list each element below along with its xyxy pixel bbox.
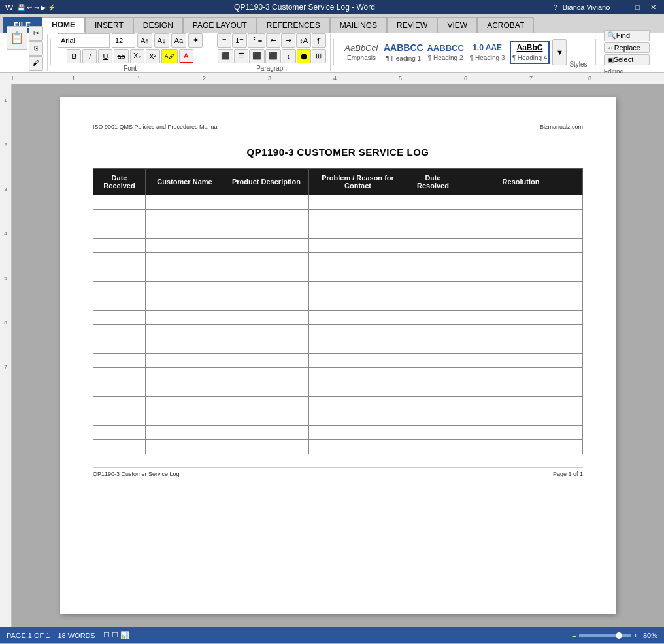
tab-references[interactable]: REFERENCES [257, 17, 330, 33]
table-row[interactable] [93, 239, 583, 253]
table-cell[interactable] [224, 282, 309, 296]
table-row[interactable] [93, 296, 583, 311]
minimize-button[interactable]: — [615, 3, 627, 11]
align-right-button[interactable]: ⬛ [249, 49, 265, 63]
align-center-button[interactable]: ☰ [234, 49, 248, 63]
table-cell[interactable] [224, 195, 309, 210]
tab-home[interactable]: HOME [42, 17, 85, 33]
table-cell[interactable] [459, 354, 583, 368]
table-cell[interactable] [224, 354, 309, 368]
restore-button[interactable]: □ [633, 3, 642, 11]
table-cell[interactable] [93, 411, 146, 426]
style-heading2[interactable]: AABBCC ¶ Heading 2 [426, 43, 465, 62]
tab-mailings[interactable]: MAILINGS [330, 17, 387, 33]
zoom-out-button[interactable]: – [572, 632, 576, 639]
show-formatting-button[interactable]: ¶ [312, 33, 326, 48]
decrease-font-button[interactable]: A↓ [154, 33, 169, 48]
table-cell[interactable] [93, 426, 146, 440]
table-cell[interactable] [309, 311, 407, 325]
table-row[interactable] [93, 339, 583, 354]
table-row[interactable] [93, 354, 583, 368]
italic-button[interactable]: I [82, 49, 97, 63]
clear-formatting-button[interactable]: ✦ [188, 33, 203, 48]
table-cell[interactable] [309, 224, 407, 239]
table-cell[interactable] [146, 267, 224, 282]
table-cell[interactable] [224, 210, 309, 224]
table-cell[interactable] [146, 195, 224, 210]
strikethrough-button[interactable]: ab [114, 49, 128, 63]
table-cell[interactable] [309, 354, 407, 368]
bullets-button[interactable]: ≡ [217, 33, 231, 48]
table-cell[interactable] [146, 397, 224, 411]
underline-button[interactable]: U [98, 49, 112, 63]
table-cell[interactable] [146, 382, 224, 397]
table-cell[interactable] [407, 224, 459, 239]
table-cell[interactable] [93, 195, 146, 210]
table-row[interactable] [93, 195, 583, 210]
table-cell[interactable] [459, 296, 583, 311]
table-row[interactable] [93, 426, 583, 440]
table-cell[interactable] [407, 440, 459, 454]
help-button[interactable]: ? [554, 3, 557, 11]
table-cell[interactable] [224, 426, 309, 440]
shading-button[interactable]: ⬤ [297, 49, 311, 63]
table-cell[interactable] [309, 339, 407, 354]
table-cell[interactable] [224, 339, 309, 354]
table-cell[interactable] [93, 339, 146, 354]
table-cell[interactable] [224, 253, 309, 267]
style-heading1[interactable]: AABBCC ¶ Heading 1 [384, 42, 423, 62]
table-cell[interactable] [93, 267, 146, 282]
table-cell[interactable] [309, 440, 407, 454]
table-cell[interactable] [407, 325, 459, 339]
paste-button[interactable]: 📋 [7, 26, 27, 50]
table-row[interactable] [93, 210, 583, 224]
tab-review[interactable]: REVIEW [387, 17, 437, 33]
table-cell[interactable] [407, 368, 459, 382]
table-row[interactable] [93, 325, 583, 339]
table-cell[interactable] [146, 440, 224, 454]
style-heading3[interactable]: 1.0 AAE ¶ Heading 3 [468, 43, 507, 61]
table-cell[interactable] [146, 210, 224, 224]
table-cell[interactable] [309, 267, 407, 282]
table-cell[interactable] [146, 239, 224, 253]
table-cell[interactable] [309, 253, 407, 267]
style-heading4[interactable]: AaBbC ¶ Heading 4 [510, 41, 550, 63]
table-cell[interactable] [407, 253, 459, 267]
table-cell[interactable] [146, 253, 224, 267]
table-row[interactable] [93, 382, 583, 397]
table-row[interactable] [93, 368, 583, 382]
copy-button[interactable]: ⎘ [29, 41, 43, 56]
borders-button[interactable]: ⊞ [312, 49, 326, 63]
justify-button[interactable]: ⬛ [265, 49, 281, 63]
tab-insert[interactable]: INSERT [85, 17, 133, 33]
table-cell[interactable] [146, 339, 224, 354]
table-cell[interactable] [224, 440, 309, 454]
table-cell[interactable] [224, 397, 309, 411]
table-cell[interactable] [407, 282, 459, 296]
table-cell[interactable] [93, 325, 146, 339]
table-cell[interactable] [146, 311, 224, 325]
table-cell[interactable] [459, 426, 583, 440]
multilevel-list-button[interactable]: ⋮≡ [248, 33, 265, 48]
table-cell[interactable] [459, 311, 583, 325]
table-cell[interactable] [407, 195, 459, 210]
decrease-indent-button[interactable]: ⇤ [266, 33, 280, 48]
table-cell[interactable] [309, 426, 407, 440]
find-button[interactable]: 🔍 Find [604, 30, 650, 41]
table-cell[interactable] [309, 382, 407, 397]
table-cell[interactable] [309, 397, 407, 411]
table-cell[interactable] [459, 210, 583, 224]
table-cell[interactable] [93, 382, 146, 397]
table-cell[interactable] [459, 195, 583, 210]
table-cell[interactable] [309, 195, 407, 210]
text-highlight-button[interactable]: A🖊 [161, 49, 178, 63]
table-cell[interactable] [93, 239, 146, 253]
table-cell[interactable] [93, 368, 146, 382]
tab-view[interactable]: VIEW [437, 17, 477, 33]
table-cell[interactable] [309, 210, 407, 224]
table-cell[interactable] [309, 296, 407, 311]
table-cell[interactable] [146, 296, 224, 311]
table-cell[interactable] [309, 368, 407, 382]
table-cell[interactable] [407, 411, 459, 426]
table-cell[interactable] [407, 339, 459, 354]
